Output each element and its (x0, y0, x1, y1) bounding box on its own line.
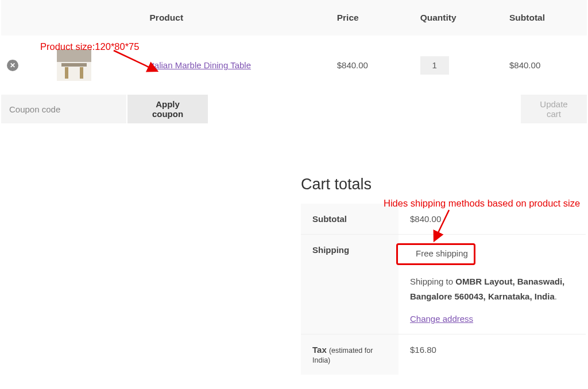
update-cart-button[interactable]: Update cart (521, 95, 587, 123)
col-header-product: Product (144, 0, 331, 36)
shipping-label: Shipping (301, 235, 399, 334)
cart-actions: Apply coupon Update cart (1, 95, 587, 123)
cart-totals-heading: Cart totals (301, 176, 586, 193)
tax-value: $16.80 (399, 334, 586, 375)
quantity-input[interactable] (420, 56, 449, 75)
subtotal-value: $840.00 (399, 204, 586, 235)
col-header-subtotal: Subtotal (504, 0, 587, 36)
col-header-quantity: Quantity (415, 0, 504, 36)
cart-row: ✕ Italian Marble Dining Table $840.00 $8… (1, 36, 587, 95)
change-address-link[interactable]: Change address (410, 314, 473, 324)
coupon-code-input[interactable] (1, 95, 126, 123)
cart-table: Product Price Quantity Subtotal ✕ Italia… (1, 0, 587, 95)
cart-totals: Cart totals Subtotal $840.00 Shipping Fr… (301, 176, 586, 375)
apply-coupon-button[interactable]: Apply coupon (127, 95, 208, 123)
col-header-price: Price (331, 0, 415, 36)
product-thumbnail[interactable] (57, 49, 91, 81)
product-price: $840.00 (331, 36, 415, 95)
ship-to-prefix: Shipping to (410, 277, 455, 286)
product-subtotal: $840.00 (504, 36, 587, 95)
product-name-link[interactable]: Italian Marble Dining Table (150, 60, 252, 70)
tax-label: Tax (estimated for India) (301, 334, 399, 375)
subtotal-label: Subtotal (301, 204, 399, 235)
remove-item-button[interactable]: ✕ (7, 60, 18, 71)
shipping-method: Free shipping (410, 245, 483, 262)
